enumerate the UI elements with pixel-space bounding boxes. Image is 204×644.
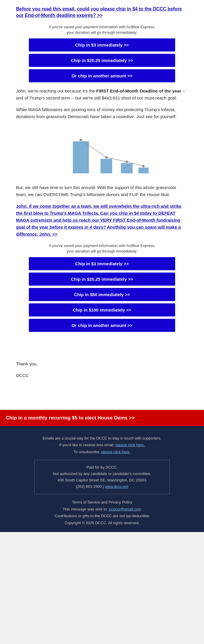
btn-chip-3-top[interactable]: Chip in $3 immediately >> (29, 38, 175, 51)
paid-line1: Paid for by DCCC. (41, 464, 163, 471)
btn-chip-50-bottom[interactable]: Chip in $50 immediately >> (29, 288, 175, 301)
footer-paid-box: Paid for by DCCC. Not authorized by any … (34, 460, 170, 494)
cta-link[interactable]: John, if we come together as a team, we … (16, 203, 188, 238)
paid-line2: Not authorized by any candidate or candi… (41, 471, 163, 477)
footer-line2: If you'd like to receive less email, ple… (17, 442, 187, 448)
signature: DCCC (16, 372, 188, 379)
paid-line3: 430 South Capitol Street SE, Washington,… (41, 477, 163, 483)
para2: While MAGA billionaires are pouring tons… (16, 106, 188, 120)
btn-chip-3-bottom[interactable]: Chip in $3 immediately >> (29, 257, 175, 270)
thank-you: Thank you, (16, 360, 188, 367)
thank-you-section: Thank you, DCCC (16, 337, 188, 404)
copyright: Copyright © 2025 DCCC. All rights reserv… (17, 520, 187, 526)
footer-line3: To unsubscribe, please click here. (17, 449, 187, 455)
dot-2 (105, 156, 108, 159)
main-content: Before you read this email, could you pl… (0, 0, 204, 410)
email-link[interactable]: xxxxxx@gmail.com (109, 507, 141, 511)
actblue-block-bottom: If you've saved your payment information… (16, 243, 188, 332)
less-email-link[interactable]: please click here. (115, 443, 145, 447)
dot-4 (142, 165, 145, 167)
actblue-note-top: If you've saved your payment information… (16, 24, 188, 35)
recurring-banner: Chip in a monthly recurring $5 to elect … (0, 410, 204, 426)
footer-line1: Emails are a crucial way for the DCCC to… (17, 435, 187, 442)
dot-1 (80, 139, 82, 141)
paid-line4: (202) 863-1500 | www.dccc.org (41, 483, 163, 490)
sent-to: This message was sent to: xxxxxx@gmail.c… (17, 506, 187, 513)
website-link[interactable]: www.dccc.org (105, 484, 128, 489)
btn-other-top[interactable]: Or chip in another amount >> (29, 69, 175, 82)
btn-other-bottom[interactable]: Or chip in another amount >> (29, 319, 175, 332)
header-link[interactable]: Before you read this email, could you pl… (16, 6, 188, 19)
bar-4 (138, 168, 149, 173)
footer-dark: Emails are a crucial way for the DCCC to… (0, 426, 204, 532)
donations-chart (52, 125, 152, 178)
btn-chip-100-bottom[interactable]: Chip in $100 immediately >> (29, 303, 175, 316)
terms: Terms of Service and Privacy Policy (17, 499, 187, 506)
unsub-link[interactable]: please click here. (101, 450, 130, 454)
btn-chip-2025-top[interactable]: Chip in $20.25 immediately >> (29, 54, 175, 67)
contributions-note: Contributions or gifts to the DCCC are n… (17, 513, 187, 519)
para1: John, we're reaching out because it's th… (16, 88, 188, 102)
bar-3 (121, 163, 133, 173)
chart-section (16, 125, 188, 178)
actblue-note-bottom: If you've saved your payment information… (16, 243, 188, 254)
recurring-link[interactable]: Chip in a monthly recurring $5 to elect … (6, 415, 135, 421)
dot-3 (126, 161, 128, 163)
bar-1 (73, 141, 89, 173)
actblue-block-top: If you've saved your payment information… (16, 24, 188, 82)
chart-container (52, 125, 152, 178)
btn-chip-2025-bottom[interactable]: Chip in $20.25 immediately >> (29, 273, 175, 286)
para3: But, we still have time to turn this aro… (16, 184, 188, 198)
email-wrapper: Before you read this email, could you pl… (0, 0, 204, 532)
bar-2 (101, 159, 112, 173)
